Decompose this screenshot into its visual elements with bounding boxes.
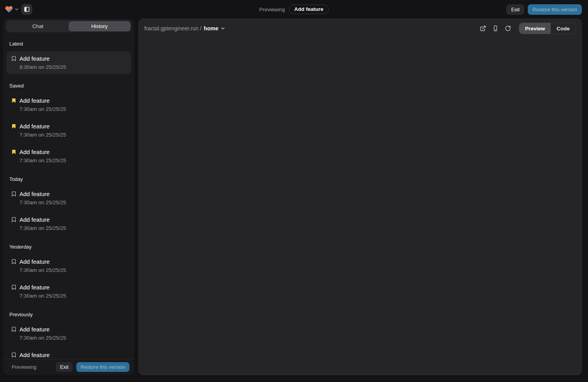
version-item[interactable]: Add feature7:30am on 25/25/25 [6, 187, 131, 210]
version-section: LatestAdd feature8:30am on 25/25/25 [6, 41, 131, 74]
version-item-timestamp: 8:30am on 25/25/25 [19, 63, 66, 71]
preview-panel: fractal.gptengineer.run / home [138, 19, 582, 375]
version-item-timestamp: 7:30am on 25/25/25 [19, 292, 66, 300]
version-item-title: Add feature [19, 96, 66, 105]
sidebar-toggle-icon [24, 6, 30, 12]
version-item-title: Add feature [19, 122, 66, 131]
lovable-logo-icon [5, 5, 13, 14]
bookmark-icon [11, 326, 17, 332]
mobile-view-button[interactable] [490, 23, 501, 34]
version-item-title: Add feature [19, 325, 66, 334]
refresh-button[interactable] [502, 23, 513, 34]
section-title: Saved [9, 83, 128, 89]
history-sidebar: Chat History LatestAdd feature8:30am on … [3, 19, 134, 375]
section-title: Yesterday [9, 244, 128, 250]
section-title: Previously [9, 312, 128, 317]
previewing-status-label: Previewing [12, 364, 37, 370]
sidebar-toggle-button[interactable] [21, 4, 32, 15]
version-item[interactable]: Add feature7:30am on 25/25/25 [6, 145, 131, 168]
exit-button-footer[interactable]: Exit [56, 362, 73, 372]
tab-history[interactable]: History [69, 21, 131, 31]
toggle-code[interactable]: Code [551, 23, 576, 34]
preview-content [139, 38, 581, 375]
version-item[interactable]: Add feature7:30am on 25/25/25 [6, 348, 131, 359]
version-item[interactable]: Add feature7:30am on 25/25/25 [6, 119, 131, 142]
version-item-title: Add feature [19, 351, 66, 359]
version-item-title: Add feature [19, 283, 66, 292]
version-section: YesterdayAdd feature7:30am on 25/25/25Ad… [6, 244, 131, 303]
version-item-title: Add feature [19, 258, 66, 266]
version-item-timestamp: 7:30am on 25/25/25 [19, 131, 66, 139]
chevron-down-icon [220, 26, 225, 31]
version-item-timestamp: 7:30am on 25/25/25 [19, 224, 66, 232]
tab-chat[interactable]: Chat [7, 21, 69, 31]
restore-version-button[interactable]: Restore this version [528, 4, 582, 15]
version-section: SavedAdd feature7:30am on 25/25/25Add fe… [6, 83, 131, 168]
version-item[interactable]: Add feature7:30am on 25/25/25 [6, 93, 131, 116]
exit-button[interactable]: Exit [506, 4, 524, 15]
version-item-timestamp: 7:30am on 25/25/25 [19, 157, 66, 165]
app-content: Chat History LatestAdd feature8:30am on … [0, 19, 588, 378]
bookmark-icon [11, 352, 17, 358]
sidebar-tab-switcher: Chat History [6, 20, 131, 32]
version-item[interactable]: Add feature7:30am on 25/25/25 [6, 280, 131, 303]
version-item-title: Add feature [19, 190, 66, 198]
preview-url-dropdown[interactable]: fractal.gptengineer.run / home [144, 25, 225, 32]
toggle-preview[interactable]: Preview [519, 23, 551, 34]
version-item-timestamp: 7:30am on 25/25/25 [19, 266, 66, 274]
version-item-title: Add feature [19, 54, 66, 63]
version-item[interactable]: Add feature7:30am on 25/25/25 [6, 322, 131, 345]
version-list: LatestAdd feature8:30am on 25/25/25Saved… [6, 32, 131, 359]
bookmark-icon [11, 191, 17, 197]
top-bar: Previewing Add feature Exit Restore this… [0, 0, 588, 19]
bookmark-icon [11, 217, 17, 223]
bookmark-saved-icon [11, 149, 17, 155]
version-item[interactable]: Add feature8:30am on 25/25/25 [6, 51, 131, 74]
version-item[interactable]: Add feature7:30am on 25/25/25 [6, 212, 131, 235]
bookmark-icon [11, 284, 17, 290]
version-pill[interactable]: Add feature [289, 5, 329, 14]
previewing-label: Previewing [259, 7, 285, 12]
version-item-timestamp: 7:30am on 25/25/25 [19, 105, 66, 113]
section-title: Today [9, 176, 128, 182]
section-title: Latest [9, 41, 128, 47]
mobile-icon [492, 25, 499, 32]
version-item-title: Add feature [19, 216, 66, 224]
version-item-timestamp: 7:30am on 25/25/25 [19, 199, 66, 207]
chevron-down-icon [15, 7, 19, 11]
version-section: PreviouslyAdd feature7:30am on 25/25/25A… [6, 312, 131, 359]
bookmark-saved-icon [11, 98, 17, 103]
version-item[interactable]: Add feature7:30am on 25/25/25 [6, 254, 131, 277]
bookmark-icon [11, 259, 17, 265]
version-item-title: Add feature [19, 148, 66, 156]
refresh-icon [505, 25, 511, 32]
brand-menu[interactable] [5, 5, 19, 14]
external-link-icon [480, 25, 486, 32]
open-in-new-tab-button[interactable] [478, 23, 488, 34]
preview-url-prefix: fractal.gptengineer.run / [144, 25, 201, 32]
version-section: TodayAdd feature7:30am on 25/25/25Add fe… [6, 176, 131, 235]
bookmark-saved-icon [11, 123, 17, 129]
sidebar-footer: Previewing Exit Restore this version [3, 359, 134, 375]
preview-url-page: home [204, 25, 218, 32]
version-item-timestamp: 7:30am on 25/25/25 [19, 334, 66, 342]
preview-header: fractal.gptengineer.run / home [139, 19, 581, 38]
restore-version-button-footer[interactable]: Restore this version [76, 362, 130, 372]
bookmark-icon [11, 56, 17, 61]
preview-code-toggle: Preview Code [519, 23, 576, 34]
